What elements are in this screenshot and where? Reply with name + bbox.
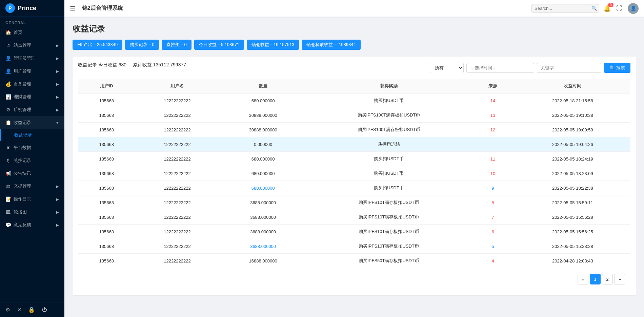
- sidebar-label-miner: 矿机管理: [14, 107, 31, 113]
- cell-amount: 680.000000: [220, 166, 307, 181]
- close-icon[interactable]: ✕: [17, 307, 21, 313]
- oplog-icon: 📝: [5, 196, 11, 202]
- sidebar-item-platform[interactable]: 👁 平台数据: [0, 141, 64, 154]
- sidebar-label-wealth: 理财管理: [14, 94, 31, 100]
- page-title: 收益记录: [73, 23, 636, 34]
- cell-username: 12222222222: [135, 239, 219, 254]
- topbar-icons: 🔔 0 ⛶ 👤: [603, 3, 639, 14]
- cell-amount: 680.000000: [220, 181, 307, 195]
- cell-uid: 135668: [78, 195, 135, 210]
- sidebar-sub-item-earnings-record[interactable]: 收益记录: [0, 129, 64, 141]
- cell-username: 12222222222: [135, 108, 219, 123]
- cell-time: 2022-05-18 21:15:58: [515, 93, 630, 108]
- topbar-search-box[interactable]: 🔍: [531, 4, 599, 13]
- cell-time: 2022-05-05 15:56:25: [515, 225, 630, 239]
- sidebar-item-earnings[interactable]: 📋 收益记录 ▼: [0, 116, 64, 129]
- cell-source: 5: [471, 239, 515, 254]
- power-icon[interactable]: ⏻: [42, 307, 47, 313]
- sidebar-label-notice: 公告快讯: [14, 170, 31, 176]
- sidebar-item-finance[interactable]: 💰 财务管理 ▶: [0, 78, 64, 90]
- cell-username: 12222222222: [135, 195, 219, 210]
- stat-lock-earnings[interactable]: 锁仓收益－19.157513: [247, 40, 299, 50]
- chevron-icon-banner: ▶: [56, 210, 59, 214]
- col-amount: 数量: [220, 79, 307, 93]
- filter-time-input[interactable]: [466, 63, 534, 73]
- chevron-icon-admin: ▶: [56, 57, 59, 60]
- lock-icon[interactable]: 🔒: [28, 307, 35, 313]
- withdraw-icon: ⚖: [5, 184, 11, 189]
- chevron-icon-wealth: ▶: [56, 95, 59, 99]
- cell-source: 8: [471, 195, 515, 210]
- filter-type-select[interactable]: 所有 购买 奖励 其他: [430, 63, 464, 73]
- fullscreen-button[interactable]: ⛶: [616, 5, 622, 12]
- cell-reward: 购买IPFS50T满存板扣USDT币: [307, 254, 471, 268]
- sidebar-label-station: 站点管理: [14, 42, 31, 48]
- search-button[interactable]: 🔍 搜索: [604, 63, 630, 73]
- sidebar-item-banner[interactable]: 🖼 轮播图 ▶: [0, 206, 64, 218]
- cell-reward: 购买IPFS10T满存板扣USDT币: [307, 225, 471, 239]
- cell-reward: 购买IPFS10T满存板扣USDT币: [307, 195, 471, 210]
- sidebar-label-oplog: 操作日志: [14, 196, 31, 202]
- stat-fil-output[interactable]: FIL产出－25.543349: [73, 40, 122, 50]
- sidebar-section-label: GENERAL: [0, 17, 64, 26]
- table-row: 135668 12222222222 3688.000000 购买IPFS10T…: [78, 195, 630, 210]
- sidebar-item-oplog[interactable]: 📝 操作日志 ▶: [0, 193, 64, 206]
- avatar[interactable]: 👤: [628, 3, 639, 14]
- content-area: 收益记录 FIL产出－25.543349 购买记录－0 直推奖－0 今日收益－5…: [64, 17, 644, 317]
- sidebar-label-withdraw: 充提管理: [14, 183, 31, 189]
- search-input[interactable]: [535, 6, 591, 11]
- cell-username: 12222222222: [135, 137, 219, 152]
- sidebar-item-feedback[interactable]: 💬 意见反馈 ▶: [0, 218, 64, 231]
- filter-keyword-input[interactable]: [537, 63, 601, 73]
- settings-icon[interactable]: ⚙: [5, 307, 10, 313]
- menu-toggle-icon[interactable]: ☰: [70, 5, 75, 12]
- sidebar-item-user[interactable]: 👤 用户管理 ▶: [0, 65, 64, 78]
- sidebar-item-withdraw[interactable]: ⚖ 充提管理 ▶: [0, 180, 64, 193]
- cell-amount: 680.000000: [220, 152, 307, 166]
- sidebar-label-banner: 轮播图: [14, 209, 27, 215]
- cell-source: 10: [471, 166, 515, 181]
- stat-today-earnings[interactable]: 今日收益－5.108671: [194, 40, 244, 50]
- topbar: ☰ 锦2后台管理系统 🔍 🔔 0 ⛶ 👤: [64, 0, 644, 17]
- table-row: 135668 12222222222 680.000000 购买扣USDT币 9…: [78, 181, 630, 195]
- filter-info: 收益记录 今日收益:680----累计收益:135112.799377: [78, 62, 186, 68]
- cell-source: 9: [471, 181, 515, 195]
- sidebar-item-exchange[interactable]: ₿ 兑换记录: [0, 154, 64, 167]
- cell-reward: 购买扣USDT币: [307, 152, 471, 166]
- stat-lock-release[interactable]: 锁仓释放收益－2.989844: [302, 40, 360, 50]
- sidebar-sub-label-earnings: 收益记录: [14, 132, 32, 138]
- topbar-title: 锦2后台管理系统: [82, 5, 527, 12]
- cell-uid: 135668: [78, 225, 135, 239]
- cell-amount: 16888.000000: [220, 254, 307, 268]
- table-row: 135668 12222222222 3688.000000 购买IPFS10T…: [78, 210, 630, 225]
- stat-buy-record[interactable]: 购买记录－0: [125, 40, 159, 50]
- cell-source: [471, 137, 515, 152]
- pagination-prev[interactable]: «: [578, 274, 588, 284]
- exchange-icon: ₿: [5, 158, 11, 163]
- cell-amount: 0.000000: [220, 137, 307, 152]
- cell-username: 12222222222: [135, 93, 219, 108]
- cell-time: 2022-05-05 19:10:38: [515, 108, 630, 123]
- pagination-next[interactable]: »: [614, 274, 625, 284]
- sidebar-item-miner[interactable]: ⚙ 矿机管理 ▶: [0, 103, 64, 116]
- cell-username: 12222222222: [135, 225, 219, 239]
- pagination-page-2[interactable]: 2: [602, 274, 613, 284]
- sidebar-item-wealth[interactable]: 📊 理财管理 ▶: [0, 90, 64, 103]
- sidebar-item-notice[interactable]: 📢 公告快讯: [0, 167, 64, 180]
- stat-direct-reward[interactable]: 直推奖－0: [162, 40, 191, 50]
- sidebar-label-platform: 平台数据: [14, 145, 31, 151]
- cell-time: 2022-05-05 19:09:59: [515, 123, 630, 137]
- sidebar-item-home[interactable]: 🏠 首页: [0, 26, 64, 39]
- cell-source: 7: [471, 210, 515, 225]
- cell-reward: 购买扣USDT币: [307, 181, 471, 195]
- sidebar-item-admin[interactable]: 👤 管理员管理 ▶: [0, 52, 64, 65]
- pagination-page-1[interactable]: 1: [590, 274, 601, 284]
- sidebar-item-station[interactable]: 🖥 站点管理 ▶: [0, 39, 64, 52]
- sidebar-label-home: 首页: [14, 29, 22, 36]
- cell-reward: 购买IPFS100T满存板扣USDT币: [307, 123, 471, 137]
- sidebar-logo[interactable]: P Prince: [0, 0, 64, 17]
- notification-button[interactable]: 🔔 0: [603, 5, 611, 12]
- col-time: 收益时间: [515, 79, 630, 93]
- cell-time: 2022-05-05 18:22:38: [515, 181, 630, 195]
- cell-reward: 购买IPFS100T满存板扣USDT币: [307, 108, 471, 123]
